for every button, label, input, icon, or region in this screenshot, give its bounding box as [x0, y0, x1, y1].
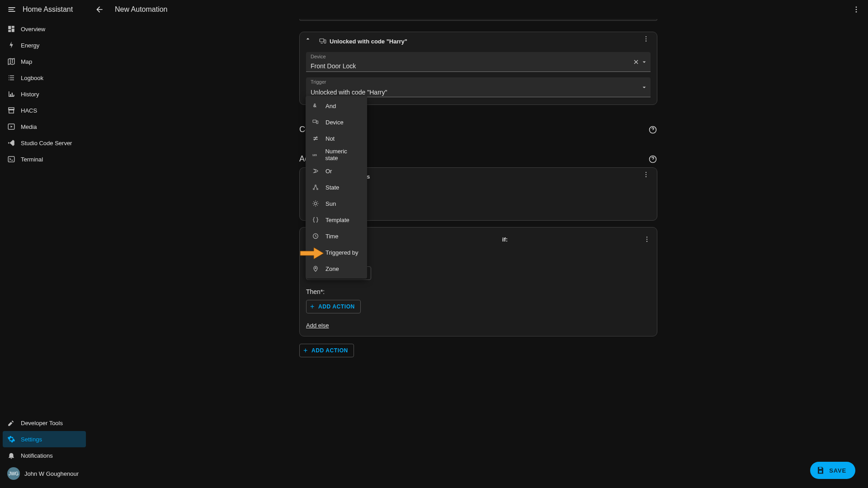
svg-rect-11 [313, 120, 316, 122]
sun-icon [312, 200, 326, 207]
previous-card-bottom-edge [299, 19, 657, 21]
store-icon [7, 106, 21, 114]
svg-point-14 [313, 189, 315, 190]
then-label: Then*: [306, 288, 651, 295]
save-button[interactable]: SAVE [810, 462, 855, 479]
if-suffix: if: [502, 236, 508, 243]
sidebar-item-label: Developer Tools [21, 420, 63, 426]
svg-point-1 [856, 9, 857, 10]
svg-point-17 [314, 202, 316, 204]
chevron-down-icon[interactable] [641, 58, 648, 66]
add-action-button[interactable]: + Add Action [299, 344, 354, 357]
dropdown-item-device[interactable]: Device [306, 114, 367, 130]
main-content: Unlocked with code "Harry" Device Front … [89, 19, 868, 488]
svg-point-23 [646, 174, 646, 175]
plus-icon: + [303, 346, 308, 355]
map-icon [7, 57, 21, 66]
sidebar-item-map[interactable]: Map [3, 53, 86, 70]
sidebar-item-profile[interactable]: JWG John W Goughenour [3, 464, 86, 483]
trigger-field-value: Unlocked with code "Harry" [311, 89, 646, 96]
dropdown-item-and[interactable]: & And [306, 98, 367, 114]
sidebar-item-label: Media [21, 123, 37, 130]
list-icon [7, 74, 21, 82]
sidebar-item-overview[interactable]: Overview [3, 21, 86, 37]
terminal-icon [7, 155, 21, 163]
dropdown-item-sun[interactable]: Sun [306, 195, 367, 212]
sidebar-item-settings[interactable]: Settings [3, 431, 86, 447]
sidebar-item-logbook[interactable]: Logbook [3, 70, 86, 86]
sidebar-item-label: Map [21, 58, 32, 65]
svg-point-9 [646, 41, 646, 42]
sidebar-item-notifications[interactable]: Notifications [3, 447, 86, 464]
dropdown-item-not[interactable]: Not [306, 130, 367, 147]
dropdown-item-time[interactable]: Time [306, 228, 367, 244]
back-button[interactable] [90, 5, 108, 14]
dropdown-item-zone[interactable]: Zone [306, 261, 367, 277]
add-else-link[interactable]: Add else [306, 322, 329, 329]
sidebar-item-energy[interactable]: Energy [3, 37, 86, 53]
add-action-inner-label: Add Action [318, 303, 355, 310]
dropdown-item-or[interactable]: Or [306, 163, 367, 179]
sidebar-item-media[interactable]: Media [3, 118, 86, 135]
svg-point-8 [646, 38, 646, 39]
dropdown-item-label: Time [326, 233, 338, 240]
action-card-1-overflow[interactable] [642, 171, 654, 183]
sidebar-item-label: History [21, 91, 39, 98]
sidebar-item-hacs[interactable]: HACS [3, 102, 86, 118]
sidebar-item-developer-tools[interactable]: Developer Tools [3, 415, 86, 431]
lightning-icon [7, 41, 21, 49]
trigger-field-label: Trigger [311, 79, 326, 85]
trigger-field[interactable]: Trigger Unlocked with code "Harry" [306, 77, 651, 97]
sidebar-item-studio-code[interactable]: Studio Code Server [3, 135, 86, 151]
state-icon [312, 184, 326, 191]
dropdown-item-label: Or [326, 168, 332, 175]
svg-rect-28 [819, 467, 821, 469]
vscode-icon [7, 139, 21, 147]
dropdown-item-numeric[interactable]: 123 Numeric state [306, 147, 367, 163]
dropdown-item-label: Device [326, 119, 344, 126]
svg-rect-5 [320, 39, 324, 42]
help-icon[interactable] [648, 155, 657, 164]
device-icon [312, 118, 326, 126]
arrow-left-icon [95, 5, 104, 14]
chevron-down-icon[interactable] [641, 84, 648, 91]
add-action-inner-button[interactable]: + Add Action [306, 300, 361, 313]
ampersand-icon: & [312, 102, 326, 109]
sidebar-item-terminal[interactable]: Terminal [3, 151, 86, 167]
svg-point-24 [646, 176, 646, 177]
device-field[interactable]: Device Front Door Lock [306, 52, 651, 72]
sidebar: Overview Energy Map Logbook History HACS… [0, 19, 89, 488]
sidebar-item-history[interactable]: History [3, 86, 86, 102]
braces-icon [312, 216, 326, 223]
menu-button[interactable] [3, 5, 21, 14]
device-field-value: Front Door Lock [311, 62, 646, 70]
page-title: New Automation [115, 5, 168, 14]
clock-icon [312, 232, 326, 240]
dropdown-item-state[interactable]: State [306, 179, 367, 195]
app-name: Home Assistant [23, 5, 91, 14]
svg-point-25 [646, 237, 647, 237]
sidebar-item-label: Studio Code Server [21, 140, 72, 147]
clear-icon[interactable] [632, 58, 640, 66]
trigger-card-overflow[interactable] [642, 35, 654, 47]
dots-vertical-icon [852, 5, 861, 14]
collapse-button[interactable] [304, 35, 316, 47]
dropdown-item-label: Sun [326, 200, 336, 207]
help-icon[interactable] [648, 125, 657, 134]
page-overflow-button[interactable] [847, 5, 865, 14]
choose-card-overflow[interactable] [643, 236, 651, 243]
trigger-card-title: Unlocked with code "Harry" [330, 38, 642, 45]
dropdown-item-label: Numeric state [325, 148, 361, 161]
sidebar-item-label: Terminal [21, 156, 43, 163]
svg-text:&: & [313, 103, 316, 108]
svg-point-27 [646, 241, 647, 242]
user-name: John W Goughenour [24, 470, 79, 477]
svg-point-16 [315, 185, 316, 186]
action-card-1-title-suffix: s [367, 173, 370, 180]
play-icon [7, 123, 21, 131]
dropdown-item-label: And [326, 103, 336, 109]
svg-rect-4 [8, 156, 14, 162]
svg-point-26 [646, 239, 647, 240]
menu-icon [7, 5, 16, 14]
dropdown-item-template[interactable]: Template [306, 212, 367, 228]
